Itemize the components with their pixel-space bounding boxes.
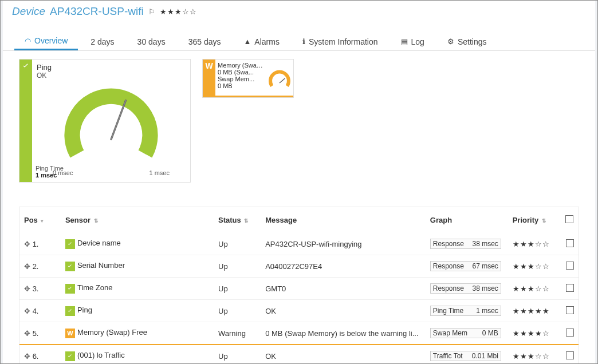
row-checkbox[interactable] (566, 306, 574, 314)
ping-title: Ping (37, 63, 186, 72)
sensor-table: Pos ▾ Sensor ⇅ Status ⇅ Message Graph Pr… (19, 207, 579, 364)
tab-label: 2 days (91, 37, 114, 46)
sensor-message: AP432CR-USP-wifi-mingying (261, 233, 426, 255)
sensor-name[interactable]: Time Zone (77, 283, 113, 292)
move-icon[interactable]: ✥ (24, 240, 30, 248)
graph-cell[interactable]: Response67 msec (430, 261, 501, 271)
col-header-priority[interactable]: Priority ⇅ (508, 207, 561, 233)
priority-rating[interactable]: ★★★★★ (513, 307, 550, 315)
sensor-status: Warning (214, 322, 261, 345)
tab-365days[interactable]: 365 days (178, 33, 231, 50)
tab-alarms[interactable]: ▲ Alarms (233, 33, 289, 50)
col-header-check[interactable] (561, 207, 579, 233)
memory-line1: 0 MB (Swa... (218, 69, 265, 76)
page-header: Device AP432CR-USP-wifi ⚐ ★★★☆☆ (3, 1, 595, 22)
flag-icon[interactable]: ⚐ (148, 7, 155, 16)
check-icon (65, 284, 75, 294)
sensor-message: A0400272C97E4 (261, 255, 426, 278)
sensor-name[interactable]: (001) lo Traffic (77, 351, 125, 359)
tab-label: Log (411, 37, 424, 46)
table-row[interactable]: ✥ 6.(001) lo TrafficUpOKTraffic Tot0.01 … (19, 345, 579, 364)
sensor-message: 0 MB (Swap Memory) is below the warning … (261, 322, 426, 345)
tab-2days[interactable]: 2 days (80, 33, 124, 50)
move-icon[interactable]: ✥ (24, 329, 30, 338)
memory-title: Memory (Swap) Free (218, 62, 265, 69)
sensor-message: OK (261, 345, 426, 364)
priority-rating[interactable]: ★★★★☆ (513, 329, 550, 338)
tab-label: 30 days (137, 37, 166, 46)
table-row[interactable]: ✥ 1.Device nameUpAP432CR-USP-wifi-mingyi… (19, 233, 579, 255)
graph-cell[interactable]: Response38 msec (430, 283, 501, 294)
row-checkbox[interactable] (566, 284, 574, 292)
tab-label: Alarms (254, 37, 280, 46)
sort-icon: ⇅ (542, 218, 546, 224)
sensor-message: OK (261, 300, 426, 322)
device-rating[interactable]: ★★★☆☆ (160, 7, 197, 16)
header-prefix: Device (12, 5, 45, 18)
priority-rating[interactable]: ★★★☆☆ (513, 284, 550, 293)
sensor-name[interactable]: Memory (Swap) Free (77, 328, 147, 337)
ping-gauge-card[interactable]: Ping OK 0 msec 1 msec Ping Time 1 msec (19, 59, 191, 183)
sensor-name[interactable]: Serial Number (77, 261, 125, 270)
table-row[interactable]: ✥ 5.WMemory (Swap) FreeWarning0 MB (Swap… (19, 322, 579, 345)
row-pos: 3. (33, 284, 39, 293)
gauge-icon: ◠ (25, 37, 31, 45)
priority-rating[interactable]: ★★★☆☆ (513, 352, 550, 361)
status-indicator-ok (19, 60, 32, 182)
page-title: AP432CR-USP-wifi (50, 5, 144, 18)
sensor-status: Up (214, 345, 261, 364)
check-icon (65, 262, 75, 271)
col-header-sensor[interactable]: Sensor ⇅ (61, 207, 214, 233)
gauge-row: Ping OK 0 msec 1 msec Ping Time 1 msec (3, 51, 595, 191)
row-pos: 4. (33, 307, 39, 315)
graph-cell[interactable]: Response38 msec (430, 239, 501, 249)
graph-cell[interactable]: Ping Time1 msec (430, 306, 501, 316)
check-icon (65, 351, 75, 361)
move-icon[interactable]: ✥ (24, 262, 30, 271)
col-header-message[interactable]: Message (261, 207, 426, 233)
table-row[interactable]: ✥ 3.Time ZoneUpGMT0Response38 msec★★★☆☆ (19, 278, 579, 300)
gauge-max-label: 1 msec (150, 169, 170, 176)
sort-icon: ⇅ (94, 218, 99, 224)
tab-label: Overview (34, 36, 68, 45)
col-header-pos[interactable]: Pos ▾ (19, 207, 61, 233)
select-all-checkbox[interactable] (565, 215, 573, 223)
row-checkbox[interactable] (566, 329, 574, 337)
tab-label: 365 days (188, 37, 221, 46)
memory-gauge-card[interactable]: W Memory (Swap) Free 0 MB (Swa... Swap M… (202, 59, 294, 98)
ping-gauge-graphic (37, 80, 186, 169)
table-row[interactable]: ✥ 4.PingUpOKPing Time1 msec★★★★★ (19, 300, 579, 322)
table-row[interactable]: ✥ 2.Serial NumberUpA0400272C97E4Response… (19, 255, 579, 278)
col-header-status[interactable]: Status ⇅ (214, 207, 261, 233)
tab-log[interactable]: ▤ Log (391, 33, 435, 50)
sensor-status: Up (214, 300, 261, 322)
sensor-message: GMT0 (261, 278, 426, 300)
tab-settings[interactable]: ⚙ Settings (437, 33, 497, 50)
tab-bar: ◠ Overview 2 days 30 days 365 days ▲ Ala… (3, 33, 595, 51)
graph-cell[interactable]: Swap Mem0 MB (430, 328, 501, 338)
graph-cell[interactable]: Traffic Tot0.01 Mbi (430, 351, 501, 361)
move-icon[interactable]: ✥ (24, 284, 30, 293)
warning-icon: W (65, 329, 75, 338)
svg-line-1 (111, 100, 126, 139)
check-icon (21, 61, 30, 72)
row-checkbox[interactable] (566, 239, 574, 247)
move-icon[interactable]: ✥ (24, 352, 30, 361)
row-checkbox[interactable] (566, 351, 574, 359)
priority-rating[interactable]: ★★★☆☆ (513, 262, 550, 271)
check-icon (65, 239, 75, 249)
sensor-name[interactable]: Ping (77, 306, 92, 314)
priority-rating[interactable]: ★★★☆☆ (513, 240, 550, 248)
sensor-name[interactable]: Device name (77, 239, 121, 247)
sensor-status: Up (214, 233, 261, 255)
col-header-graph[interactable]: Graph (426, 207, 508, 233)
move-icon[interactable]: ✥ (24, 307, 30, 315)
row-pos: 6. (33, 352, 39, 361)
ping-status: OK (37, 72, 186, 80)
row-checkbox[interactable] (566, 262, 574, 270)
alarm-icon: ▲ (243, 37, 251, 46)
tab-30days[interactable]: 30 days (127, 33, 176, 50)
info-icon: ℹ (302, 37, 305, 46)
tab-system-info[interactable]: ℹ System Information (292, 33, 388, 50)
tab-overview[interactable]: ◠ Overview (14, 33, 78, 50)
